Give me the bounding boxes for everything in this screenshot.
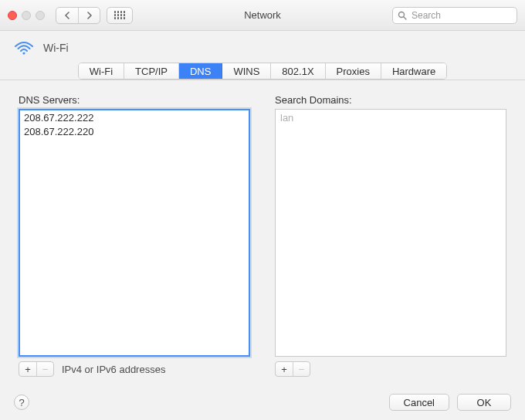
domains-add-remove: + − <box>275 361 310 377</box>
tab-wins[interactable]: WINS <box>222 63 271 79</box>
wifi-icon <box>14 40 34 56</box>
tab-dns[interactable]: DNS <box>179 63 222 79</box>
connection-name: Wi-Fi <box>43 42 69 54</box>
dns-server-item[interactable]: 208.67.222.220 <box>24 125 245 139</box>
system-prefs-window: Network Wi-Fi Wi-FiTCP/IPDNSWINS802.1XPr… <box>0 0 525 420</box>
svg-point-2 <box>22 52 25 54</box>
search-icon <box>398 11 407 20</box>
help-button[interactable]: ? <box>14 395 29 410</box>
dns-add-button[interactable]: + <box>19 362 36 376</box>
show-all-button[interactable] <box>107 7 133 24</box>
dns-hint: IPv4 or IPv6 addresses <box>62 364 165 375</box>
search-domain-placeholder: lan <box>280 111 501 125</box>
search-field[interactable] <box>392 7 517 24</box>
nav-back-forward <box>56 7 100 24</box>
titlebar: Network <box>0 0 525 31</box>
grid-icon <box>114 11 126 19</box>
settings-tabs: Wi-FiTCP/IPDNSWINS802.1XProxiesHardware <box>0 61 525 80</box>
dns-servers-column: DNS Servers: 208.67.222.222208.67.222.22… <box>19 94 250 377</box>
tab-8021x[interactable]: 802.1X <box>271 63 325 79</box>
dns-remove-button[interactable]: − <box>36 362 53 376</box>
connection-header: Wi-Fi <box>0 31 525 61</box>
domains-remove-button[interactable]: − <box>293 362 310 376</box>
dns-servers-label: DNS Servers: <box>19 94 250 106</box>
cancel-button[interactable]: Cancel <box>389 394 449 411</box>
search-domains-footer: + − <box>275 361 506 377</box>
tab-wifi[interactable]: Wi-Fi <box>79 63 124 79</box>
domains-add-button[interactable]: + <box>276 362 293 376</box>
chevron-right-icon <box>86 12 93 19</box>
svg-line-1 <box>404 17 406 19</box>
svg-point-0 <box>399 12 405 17</box>
dns-add-remove: + − <box>19 361 54 377</box>
dns-servers-footer: + − IPv4 or IPv6 addresses <box>19 361 250 377</box>
search-domains-column: Search Domains: lan + − <box>275 94 506 377</box>
zoom-button[interactable] <box>36 11 45 20</box>
window-controls <box>8 11 45 20</box>
back-button[interactable] <box>56 8 78 23</box>
search-domains-list[interactable]: lan <box>275 109 506 357</box>
tab-proxies[interactable]: Proxies <box>326 63 381 79</box>
dns-server-item[interactable]: 208.67.222.222 <box>24 111 245 125</box>
search-domains-label: Search Domains: <box>275 94 506 106</box>
dns-panel: DNS Servers: 208.67.222.222208.67.222.22… <box>0 80 525 384</box>
search-input[interactable] <box>410 9 512 22</box>
minimize-button[interactable] <box>22 11 31 20</box>
forward-button[interactable] <box>78 8 100 23</box>
tab-tcpip[interactable]: TCP/IP <box>124 63 179 79</box>
close-button[interactable] <box>8 11 17 20</box>
dialog-footer: ? Cancel OK <box>0 384 525 420</box>
dns-servers-list[interactable]: 208.67.222.222208.67.222.220 <box>19 109 250 357</box>
chevron-left-icon <box>64 12 70 19</box>
tab-hardware[interactable]: Hardware <box>381 63 446 79</box>
ok-button[interactable]: OK <box>457 394 511 411</box>
